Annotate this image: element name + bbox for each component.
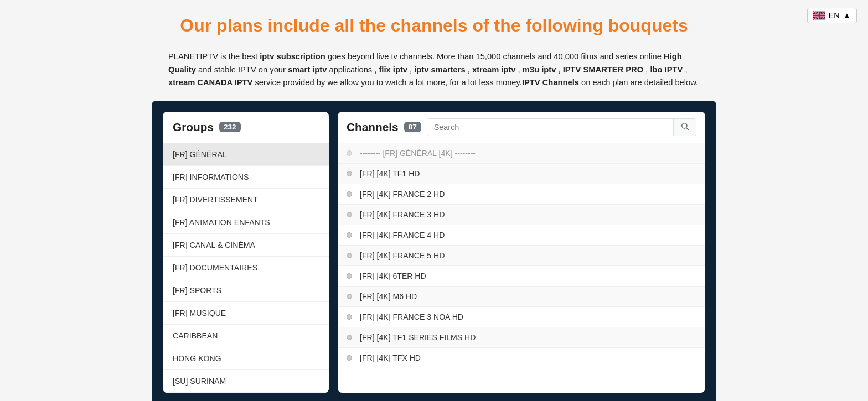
groups-title: Groups [173, 121, 214, 134]
list-item[interactable]: [FR] [4K] FRANCE 2 HD [338, 184, 705, 205]
language-selector[interactable]: EN ▲ [807, 8, 857, 23]
channel-dot [347, 232, 352, 238]
channel-name: -------- [FR] GÉNÉRAL [4K] -------- [360, 149, 476, 158]
description-text: PLANETIPTV is the best iptv subscription… [157, 50, 711, 90]
channel-name: [FR] [4K] FRANCE 3 HD [360, 210, 445, 219]
list-item[interactable]: [FR] [4K] TFX HD [338, 348, 705, 368]
channel-dot [347, 273, 352, 279]
list-item[interactable]: [FR] MUSIQUE [163, 302, 329, 325]
main-content: Groups 232 [FR] GÉNÉRAL [FR] INFORMATION… [152, 101, 716, 401]
channel-dot [347, 171, 352, 176]
channels-title: Channels [347, 121, 399, 134]
channels-header: Channels 87 [338, 112, 705, 143]
channel-dot [347, 314, 352, 320]
flag-icon [813, 11, 825, 20]
list-item[interactable]: [FR] SPORTS [163, 279, 329, 302]
channels-panel: Channels 87 -------- [FR] GÉNÉRAL [4K] -… [338, 112, 705, 393]
channel-dot [347, 294, 352, 299]
groups-header: Groups 232 [163, 112, 329, 143]
list-item[interactable]: [FR] [4K] M6 HD [338, 287, 705, 307]
list-item[interactable]: [FR] GÉNÉRAL [163, 143, 329, 166]
channel-dot [347, 253, 352, 258]
channels-list: -------- [FR] GÉNÉRAL [4K] -------- [FR]… [338, 143, 705, 393]
svg-line-2 [686, 128, 689, 130]
list-item[interactable]: [FR] [4K] TF1 HD [338, 164, 705, 184]
channel-name: [FR] [4K] FRANCE 2 HD [360, 190, 445, 199]
channels-badge: 87 [404, 122, 421, 132]
list-item[interactable]: HONG KONG [163, 347, 329, 370]
list-item[interactable]: [FR] [4K] FRANCE 3 NOA HD [338, 307, 705, 327]
list-item[interactable]: [FR] DOCUMENTAIRES [163, 257, 329, 279]
list-item[interactable]: [FR] CANAL & CINÉMA [163, 234, 329, 257]
channel-dot [347, 212, 352, 217]
channel-name: [FR] [4K] FRANCE 3 NOA HD [360, 313, 463, 321]
page-header: Our plans include all the channels of th… [0, 0, 868, 41]
list-item[interactable]: [FR] [4K] FRANCE 3 HD [338, 205, 705, 225]
groups-panel: Groups 232 [FR] GÉNÉRAL [FR] INFORMATION… [163, 112, 329, 393]
search-wrapper [427, 118, 696, 136]
list-item[interactable]: [FR] [4K] 6TER HD [338, 266, 705, 287]
search-icon [680, 122, 689, 131]
channel-name: [FR] [4K] TF1 HD [360, 169, 420, 178]
channel-dot [347, 335, 352, 340]
lang-chevron-icon: ▲ [843, 11, 851, 20]
search-input[interactable] [427, 119, 673, 136]
page-title: Our plans include all the channels of th… [11, 15, 857, 36]
lang-code: EN [829, 11, 840, 20]
channel-dot [347, 355, 352, 361]
list-item[interactable]: [FR] INFORMATIONS [163, 166, 329, 189]
list-item[interactable]: CARIBBEAN [163, 325, 329, 347]
groups-badge: 232 [219, 122, 241, 132]
search-button[interactable] [673, 119, 696, 136]
list-item[interactable]: [FR] [4K] FRANCE 5 HD [338, 246, 705, 266]
channel-name: [FR] [4K] FRANCE 5 HD [360, 251, 445, 260]
channel-dot [347, 150, 352, 156]
channel-name: [FR] [4K] M6 HD [360, 292, 417, 301]
groups-list: [FR] GÉNÉRAL [FR] INFORMATIONS [FR] DIVE… [163, 143, 329, 393]
channel-name: [FR] [4K] TF1 SERIES FILMS HD [360, 333, 476, 342]
list-item[interactable]: [FR] DIVERTISSEMENT [163, 189, 329, 211]
list-item[interactable]: [SU] SURINAM [163, 370, 329, 393]
channel-name: [FR] [4K] FRANCE 4 HD [360, 231, 445, 239]
list-item[interactable]: [FR] [4K] TF1 SERIES FILMS HD [338, 327, 705, 348]
channel-name: [FR] [4K] 6TER HD [360, 272, 426, 280]
list-item: -------- [FR] GÉNÉRAL [4K] -------- [338, 143, 705, 164]
list-item[interactable]: [FR] [4K] FRANCE 4 HD [338, 225, 705, 246]
list-item[interactable]: [FR] ANIMATION ENFANTS [163, 211, 329, 234]
channel-name: [FR] [4K] TFX HD [360, 353, 421, 362]
channel-dot [347, 191, 352, 197]
svg-point-1 [682, 123, 687, 128]
